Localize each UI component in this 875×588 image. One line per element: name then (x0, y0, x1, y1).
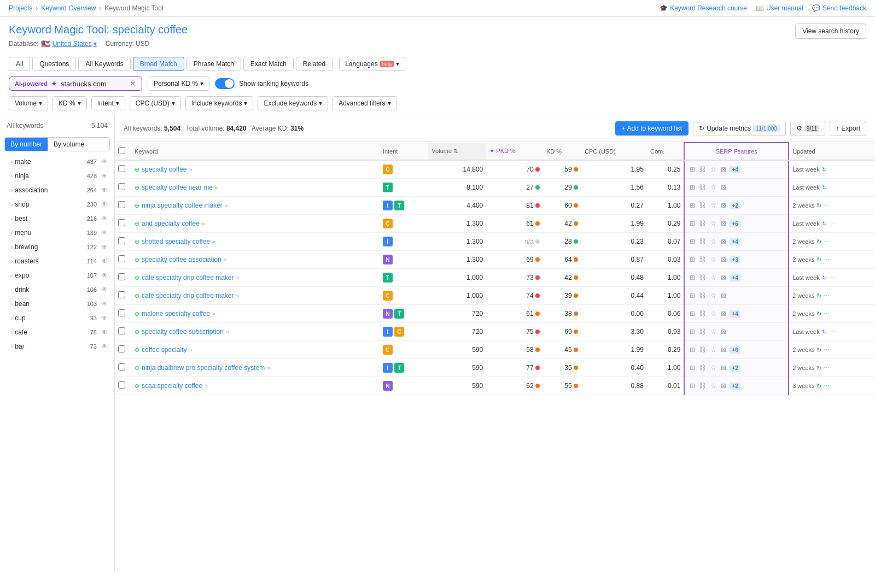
volume-filter[interactable]: Volume ▾ (9, 96, 48, 110)
tab-phrase-match[interactable]: Phrase Match (186, 57, 241, 71)
sidebar-item-bar[interactable]: › bar 73 👁 (0, 339, 114, 354)
eye-icon[interactable]: 👁 (101, 172, 108, 180)
refresh-icon[interactable]: ↻ (816, 346, 821, 354)
send-feedback-button[interactable]: 💬 Send feedback (812, 4, 866, 12)
eye-icon[interactable]: 👁 (101, 186, 108, 194)
eye-icon[interactable]: 👁 (101, 272, 108, 279)
by-volume-button[interactable]: By volume (48, 138, 90, 151)
volume-column-header[interactable]: Volume ⇅ (428, 143, 486, 160)
more-icon[interactable]: ⋯ (829, 184, 835, 191)
refresh-icon[interactable]: ↻ (816, 202, 821, 209)
personal-kd-dropdown[interactable]: Personal KD % ▾ (148, 77, 209, 91)
keyword-link[interactable]: ⊕ malone specialty coffee » (135, 310, 376, 317)
select-all-checkbox[interactable] (118, 147, 125, 154)
keyword-link[interactable]: ⊕ coffee specialty » (135, 346, 376, 354)
sidebar-item-brewing[interactable]: › brewing 122 👁 (0, 240, 114, 254)
sidebar-item-cafe[interactable]: › cafe 78 👁 (0, 325, 114, 339)
clear-icon[interactable]: ✕ (130, 79, 136, 88)
row-checkbox[interactable] (118, 237, 125, 244)
more-icon[interactable]: ⋯ (824, 310, 830, 317)
row-checkbox[interactable] (118, 309, 125, 316)
row-checkbox[interactable] (118, 291, 125, 298)
eye-icon[interactable]: 👁 (101, 314, 108, 322)
more-icon[interactable]: ⋯ (829, 328, 835, 336)
tab-all[interactable]: All (9, 57, 30, 71)
row-checkbox[interactable] (118, 345, 125, 352)
more-icon[interactable]: ⋯ (824, 202, 830, 209)
tab-related[interactable]: Related (296, 57, 332, 71)
kd-filter[interactable]: KD % ▾ (52, 96, 87, 110)
tab-questions[interactable]: Questions (32, 57, 76, 71)
refresh-icon[interactable]: ↻ (822, 166, 827, 173)
eye-icon[interactable]: 👁 (101, 300, 108, 308)
keyword-link[interactable]: ⊕ ninja specialty coffee maker » (135, 202, 376, 209)
more-icon[interactable]: ⋯ (829, 274, 835, 281)
eye-icon[interactable]: 👁 (101, 215, 108, 222)
row-checkbox[interactable] (118, 165, 125, 172)
sidebar-item-bean[interactable]: › bean 103 👁 (0, 297, 114, 311)
refresh-icon[interactable]: ↻ (822, 328, 827, 336)
more-icon[interactable]: ⋯ (829, 166, 835, 173)
eye-icon[interactable]: 👁 (101, 343, 108, 350)
eye-icon[interactable]: 👁 (101, 201, 108, 208)
refresh-icon[interactable]: ↻ (816, 310, 821, 317)
row-checkbox[interactable] (118, 219, 125, 226)
row-checkbox[interactable] (118, 363, 125, 371)
advanced-filters-button[interactable]: Advanced filters ▾ (332, 96, 396, 110)
more-icon[interactable]: ⋯ (824, 346, 830, 354)
keyword-link[interactable]: ⊕ specialty coffee subscription » (135, 328, 376, 336)
keyword-link[interactable]: ⊕ and specialty coffee » (135, 220, 376, 227)
add-to-keyword-list-button[interactable]: + Add to keyword list (615, 121, 689, 136)
keyword-link[interactable]: ⊕ scaa specialty coffee » (135, 382, 376, 390)
refresh-icon[interactable]: ↻ (822, 184, 827, 191)
user-manual-link[interactable]: 📖 User manual (756, 4, 803, 12)
sidebar-item-ninja[interactable]: › ninja 428 👁 (0, 169, 114, 183)
keyword-link[interactable]: ⊕ specialty coffee near me » (135, 184, 376, 191)
refresh-icon[interactable]: ↻ (816, 256, 821, 263)
refresh-icon[interactable]: ↻ (822, 274, 827, 281)
export-button[interactable]: ↑ Export (830, 121, 866, 136)
tab-exact-match[interactable]: Exact Match (243, 57, 294, 71)
row-checkbox[interactable] (118, 273, 125, 280)
refresh-icon[interactable]: ↻ (816, 238, 821, 245)
intent-filter[interactable]: Intent ▾ (91, 96, 125, 110)
sidebar-item-expo[interactable]: › expo 107 👁 (0, 268, 114, 283)
breadcrumb-keyword-overview[interactable]: Keyword Overview (41, 4, 96, 12)
more-icon[interactable]: ⋯ (824, 364, 830, 372)
country-selector[interactable]: United States ▾ (52, 40, 97, 48)
sidebar-item-best[interactable]: › best 216 👁 (0, 211, 114, 226)
keyword-link[interactable]: ⊕ ninja dualbrew pro specialty coffee sy… (135, 364, 376, 372)
row-checkbox[interactable] (118, 327, 125, 334)
sidebar-item-roasters[interactable]: › roasters 114 👁 (0, 254, 114, 268)
more-icon[interactable]: ⋯ (824, 383, 830, 390)
keyword-link[interactable]: ⊕ shotted specialty coffee » (135, 238, 376, 245)
refresh-icon[interactable]: ↻ (816, 292, 821, 299)
eye-icon[interactable]: 👁 (101, 243, 108, 251)
ai-search-input[interactable] (61, 80, 126, 88)
cpc-filter[interactable]: CPC (USD) ▾ (130, 96, 181, 110)
view-history-button[interactable]: View search history (795, 23, 866, 39)
sidebar-item-association[interactable]: › association 264 👁 (0, 183, 114, 197)
columns-settings-button[interactable]: ⚙ 9/11 (790, 121, 825, 136)
sidebar-item-menu[interactable]: › menu 139 👁 (0, 226, 114, 240)
more-icon[interactable]: ⋯ (829, 220, 835, 227)
more-icon[interactable]: ⋯ (824, 238, 830, 245)
languages-button[interactable]: Languages beta ▾ (339, 57, 405, 71)
eye-icon[interactable]: 👁 (101, 257, 108, 265)
by-number-button[interactable]: By number (5, 138, 48, 151)
row-checkbox[interactable] (118, 201, 125, 208)
sidebar-item-shop[interactable]: › shop 230 👁 (0, 197, 114, 211)
refresh-icon[interactable]: ↻ (816, 364, 821, 372)
more-icon[interactable]: ⋯ (824, 256, 830, 263)
keyword-link[interactable]: ⊕ specialty coffee » (135, 166, 376, 173)
exclude-keywords-filter[interactable]: Exclude keywords ▾ (258, 96, 328, 110)
row-checkbox[interactable] (118, 255, 125, 262)
keyword-link[interactable]: ⊕ cafe specialty drip coffee maker » (135, 274, 376, 281)
row-checkbox[interactable] (118, 183, 125, 190)
sidebar-item-cup[interactable]: › cup 93 👁 (0, 311, 114, 325)
more-icon[interactable]: ⋯ (824, 292, 830, 299)
keyword-link[interactable]: ⊕ café specialty drip coffee maker » (135, 292, 376, 299)
refresh-icon[interactable]: ↻ (816, 383, 821, 390)
eye-icon[interactable]: 👁 (101, 229, 108, 237)
eye-icon[interactable]: 👁 (101, 286, 108, 293)
